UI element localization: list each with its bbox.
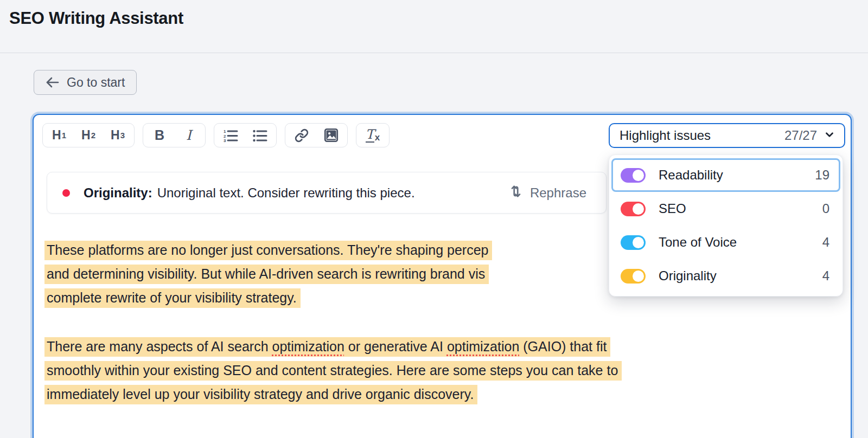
link-icon	[295, 128, 309, 143]
text-line: smoothly within your existing SEO and co…	[47, 361, 622, 385]
toggle-switch[interactable]	[621, 202, 646, 216]
paragraph: These platforms are no longer just conve…	[47, 241, 622, 312]
dropdown-item-tone-of-voice[interactable]: Tone of Voice 4	[611, 226, 840, 259]
dropdown-item-readability[interactable]: Readability 19	[611, 158, 840, 192]
heading-2-button[interactable]: H2	[74, 125, 103, 146]
highlighted-text: and determining visibility. But while AI…	[44, 265, 489, 284]
highlight-issues-dropdown-trigger[interactable]: Highlight issues 27/27	[609, 123, 845, 148]
dropdown-item-seo[interactable]: SEO 0	[611, 192, 840, 226]
text-segment: complete rewrite of your visibility stra…	[47, 290, 297, 305]
highlighted-text: There are many aspects of AI search opti…	[44, 337, 610, 357]
bold-button[interactable]: B	[145, 125, 174, 146]
italic-button[interactable]: I	[174, 125, 203, 146]
alert-category-label: Originality:	[84, 185, 152, 201]
highlight-issues-label: Highlight issues	[620, 128, 711, 143]
text-segment: (GAIO) that fit	[519, 339, 607, 354]
svg-text:3: 3	[224, 138, 226, 143]
go-to-start-button[interactable]: Go to start	[34, 70, 137, 95]
text-segment: or generative AI	[344, 339, 447, 354]
toggle-switch[interactable]	[621, 168, 646, 183]
insert-image-button[interactable]	[316, 125, 346, 146]
dropdown-item-count: 0	[822, 201, 829, 216]
page-title: SEO Writing Assistant	[9, 9, 183, 28]
heading-3-button[interactable]: H3	[103, 125, 132, 146]
header-divider	[0, 53, 868, 53]
link-button[interactable]	[287, 125, 316, 146]
text-segment: immediately level up your visibility str…	[47, 387, 474, 402]
misspelled-word: optimization	[272, 339, 344, 354]
dropdown-item-label: Originality	[659, 268, 717, 284]
highlight-issues-count: 27/27	[784, 128, 817, 143]
text-segment: There are many aspects of AI search	[47, 339, 272, 354]
rephrase-button[interactable]: Rephrase	[509, 184, 586, 202]
highlighted-text: immediately level up your visibility str…	[44, 385, 477, 404]
heading-1-button[interactable]: H1	[44, 125, 74, 146]
highlighted-text: complete rewrite of your visibility stra…	[44, 288, 301, 308]
originality-alert-card: Originality: Unoriginal text. Consider r…	[47, 172, 607, 214]
toggle-switch[interactable]	[621, 269, 646, 284]
text-segment: and determining visibility. But while AI…	[47, 266, 485, 281]
clear-format-button-group: Tx	[356, 123, 390, 147]
bullet-list-button[interactable]	[245, 125, 275, 146]
image-icon	[324, 128, 339, 143]
editor-container: H1 H2 H3 B I 1 2 3	[33, 114, 852, 438]
paragraph: There are many aspects of AI search opti…	[47, 337, 622, 409]
clear-formatting-t: T	[366, 128, 374, 143]
text-line: immediately level up your visibility str…	[47, 385, 622, 409]
bullet-list-icon	[252, 128, 267, 143]
text-segment: smoothly within your existing SEO and co…	[47, 363, 618, 378]
editor-content[interactable]: These platforms are no longer just conve…	[47, 241, 622, 434]
list-button-group: 1 2 3	[214, 123, 277, 147]
error-dot-icon	[62, 189, 70, 197]
text-segment: These platforms are no longer just conve…	[47, 242, 488, 257]
back-arrow-icon	[46, 76, 60, 88]
misspelled-word: optimization	[447, 339, 519, 354]
ordered-list-button[interactable]: 1 2 3	[216, 125, 245, 146]
insert-button-group	[285, 123, 348, 147]
clear-formatting-x: x	[375, 132, 380, 143]
rephrase-label: Rephrase	[530, 185, 586, 201]
alert-message: Unoriginal text. Consider rewriting this…	[157, 185, 415, 201]
go-to-start-label: Go to start	[67, 75, 125, 90]
dropdown-item-label: Readability	[659, 168, 723, 183]
text-line: There are many aspects of AI search opti…	[47, 337, 622, 361]
highlighted-text: smoothly within your existing SEO and co…	[44, 361, 622, 381]
highlight-issues-dropdown-panel: Readability 19 SEO 0 Tone of Voice 4 Ori…	[609, 154, 843, 297]
dropdown-item-label: Tone of Voice	[659, 235, 737, 250]
heading-button-group: H1 H2 H3	[42, 123, 135, 147]
dropdown-item-count: 19	[815, 168, 829, 183]
text-line: and determining visibility. But while AI…	[47, 265, 622, 288]
dropdown-item-label: SEO	[659, 201, 686, 216]
ordered-list-icon: 1 2 3	[223, 128, 238, 143]
clear-formatting-button[interactable]: Tx	[358, 125, 387, 146]
text-line: complete rewrite of your visibility stra…	[47, 288, 622, 312]
text-style-button-group: B I	[143, 123, 206, 147]
dropdown-item-count: 4	[822, 268, 829, 284]
dropdown-item-originality[interactable]: Originality 4	[611, 259, 840, 293]
toggle-switch[interactable]	[621, 235, 646, 250]
dropdown-item-count: 4	[822, 235, 829, 250]
chevron-down-icon	[824, 128, 835, 143]
rephrase-icon	[509, 184, 523, 202]
highlighted-text: These platforms are no longer just conve…	[44, 241, 492, 260]
editor-toolbar: H1 H2 H3 B I 1 2 3	[42, 123, 390, 147]
text-line: These platforms are no longer just conve…	[47, 241, 622, 265]
